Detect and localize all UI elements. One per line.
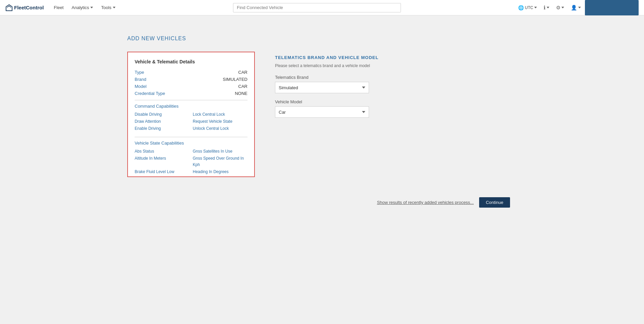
nav-fleet[interactable]: Fleet [50, 0, 67, 15]
vs-cap-1a: Abs Status [135, 148, 189, 155]
telematics-brand-group: Telematics Brand Simulated [275, 75, 517, 93]
info-button[interactable]: ℹ [541, 0, 552, 15]
right-panel: TELEMATICS BRAND AND VEHICLE MODEL Pleas… [275, 52, 517, 124]
user-button[interactable]: 👤 [568, 0, 584, 15]
model-value: CAR [238, 84, 247, 89]
cmd-cap-1: Disable Driving [135, 111, 189, 118]
nav-right: 🌐 UTC ℹ ⚙ 👤 ████████████████ [515, 0, 639, 15]
search-area [119, 3, 516, 12]
user-icon: 👤 [571, 5, 577, 11]
vs-cap-3b: Heading In Degrees [193, 169, 247, 176]
type-label: Type [135, 70, 144, 75]
type-value: CAR [238, 70, 247, 75]
nav-tools[interactable]: Tools [98, 0, 119, 15]
user-chevron-icon [578, 7, 581, 8]
panel-section-title: Vehicle & Telematic Details [135, 59, 247, 64]
brand-value: SIMULATED [223, 77, 247, 82]
analytics-chevron-icon [90, 7, 93, 8]
cmd-cap-4: Request Vehicle State [193, 118, 247, 125]
detail-credential-type: Credential Type NONE [135, 91, 247, 96]
right-title: TELEMATICS BRAND AND VEHICLE MODEL [275, 55, 517, 60]
divider-1 [135, 100, 247, 100]
info-icon: ℹ [544, 5, 546, 11]
show-results-link[interactable]: Show results of recently added vehicles … [377, 200, 474, 205]
vehicle-model-label: Vehicle Model [275, 99, 517, 104]
vs-cap-2b: Gnss Speed Over Ground In Kph [193, 155, 247, 168]
vehicle-state-title: Vehicle State Capabilities [135, 141, 247, 146]
right-subtitle: Please select a telematics brand and a v… [275, 63, 517, 68]
cmd-cap-5: Enable Driving [135, 125, 189, 132]
search-input[interactable] [233, 3, 401, 12]
vehicle-state-grid: Abs Status Gnss Satellites In Use Altitu… [135, 148, 247, 176]
command-capabilities-grid: Disable Driving Lock Central Lock Draw A… [135, 111, 247, 132]
divider-2 [135, 137, 247, 137]
page-title: ADD NEW VEHICLES [127, 36, 517, 42]
detail-type: Type CAR [135, 70, 247, 75]
brand-logo[interactable]: FleetControl [5, 4, 44, 11]
logo-icon [5, 4, 13, 11]
cmd-cap-6: Unlock Central Lock [193, 125, 247, 132]
bottom-bar: Show results of recently added vehicles … [127, 197, 517, 208]
credential-type-value: NONE [235, 91, 247, 96]
vehicle-details-panel: Vehicle & Telematic Details Type CAR Bra… [127, 52, 255, 177]
utc-selector[interactable]: 🌐 UTC [515, 0, 540, 15]
brand-label: Brand [135, 77, 146, 82]
settings-button[interactable]: ⚙ [553, 0, 567, 15]
telematics-brand-select[interactable]: Simulated [275, 82, 369, 93]
model-label: Model [135, 84, 146, 89]
main-layout: Vehicle & Telematic Details Type CAR Bra… [127, 52, 517, 177]
vehicle-model-group: Vehicle Model Car [275, 99, 517, 118]
credential-type-label: Credential Type [135, 91, 165, 96]
nav-links: Fleet Analytics Tools [50, 0, 119, 15]
detail-model: Model CAR [135, 84, 247, 89]
info-chevron-icon [547, 7, 549, 8]
cmd-cap-2: Lock Central Lock [193, 111, 247, 118]
vehicle-model-select[interactable]: Car [275, 106, 369, 118]
settings-chevron-icon [561, 7, 564, 8]
detail-brand: Brand SIMULATED [135, 77, 247, 82]
gear-icon: ⚙ [556, 5, 560, 11]
brand-name: FleetControl [14, 5, 44, 10]
nav-analytics[interactable]: Analytics [68, 0, 96, 15]
navbar: FleetControl Fleet Analytics Tools 🌐 UTC… [0, 0, 644, 15]
command-capabilities-title: Command Capabilities [135, 104, 247, 109]
vs-cap-2a: Altitude In Meters [135, 155, 189, 168]
continue-button[interactable]: Continue [479, 197, 510, 208]
user-badge[interactable]: ████████████████ [585, 0, 639, 15]
panel-scroll-area[interactable]: Vehicle & Telematic Details Type CAR Bra… [128, 52, 254, 176]
utc-chevron-icon [534, 7, 537, 8]
page-content: ADD NEW VEHICLES Vehicle & Telematic Det… [0, 15, 644, 324]
page-inner: ADD NEW VEHICLES Vehicle & Telematic Det… [121, 36, 523, 208]
vs-cap-3a: Brake Fluid Level Low Indicator [135, 169, 189, 176]
vs-cap-1b: Gnss Satellites In Use [193, 148, 247, 155]
globe-icon: 🌐 [518, 5, 524, 10]
cmd-cap-3: Draw Attention [135, 118, 189, 125]
svg-marker-0 [6, 5, 12, 11]
telematics-brand-label: Telematics Brand [275, 75, 517, 80]
tools-chevron-icon [113, 7, 116, 8]
